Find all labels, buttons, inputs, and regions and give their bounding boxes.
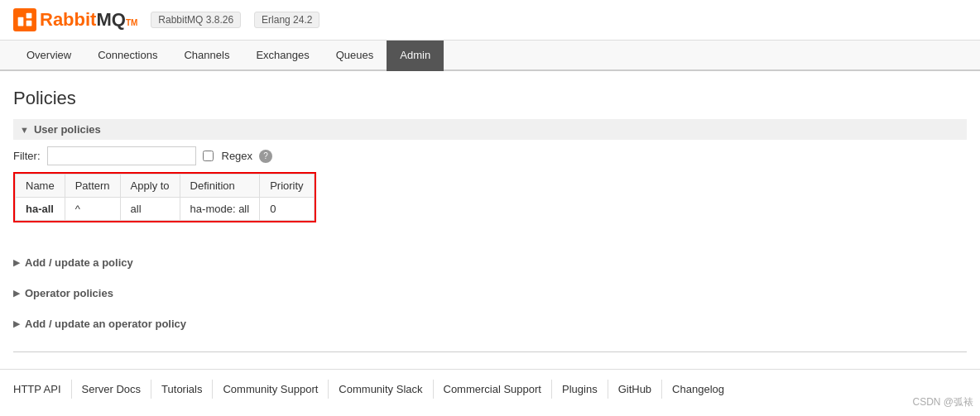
policies-table: Name Pattern Apply to Definition Priorit… xyxy=(15,174,315,221)
erlang-version: Erlang 24.2 xyxy=(254,12,319,28)
cell-priority: 0 xyxy=(260,198,314,221)
regex-help-icon[interactable]: ? xyxy=(259,150,272,163)
logo-mq: MQ xyxy=(96,9,125,30)
content-divider xyxy=(13,351,967,352)
main-nav: Overview Connections Channels Exchanges … xyxy=(0,41,980,71)
footer-link-http-api[interactable]: HTTP API xyxy=(13,380,72,399)
add-operator-policy-title: Add / update an operator policy xyxy=(25,318,186,330)
add-operator-policy-section: ▶ Add / update an operator policy xyxy=(13,313,967,335)
add-policy-header[interactable]: ▶ Add / update a policy xyxy=(13,251,967,274)
footer: HTTP API Server Docs Tutorials Community… xyxy=(0,369,980,409)
filter-input[interactable] xyxy=(47,146,196,165)
add-operator-policy-header[interactable]: ▶ Add / update an operator policy xyxy=(13,313,967,335)
logo: RabbitMQTM xyxy=(13,8,137,31)
watermark: CSDN @弧裱 xyxy=(912,395,973,409)
footer-link-plugins[interactable]: Plugins xyxy=(552,380,608,399)
logo-text: RabbitMQTM xyxy=(40,9,137,31)
col-definition: Definition xyxy=(180,175,260,198)
cell-pattern: ^ xyxy=(65,198,120,221)
svg-rect-1 xyxy=(26,13,32,19)
col-priority: Priority xyxy=(260,175,314,198)
footer-link-commercial-support[interactable]: Commercial Support xyxy=(434,380,553,399)
footer-link-github[interactable]: GitHub xyxy=(608,380,662,399)
col-apply-to: Apply to xyxy=(120,175,180,198)
operator-policies-section: ▶ Operator policies xyxy=(13,282,967,304)
header: RabbitMQTM RabbitMQ 3.8.26 Erlang 24.2 xyxy=(0,0,980,41)
footer-link-changelog[interactable]: Changelog xyxy=(662,380,734,399)
nav-connections[interactable]: Connections xyxy=(84,41,171,71)
cell-name: ha-all xyxy=(16,198,65,221)
user-policies-header[interactable]: ▼ User policies xyxy=(13,119,967,140)
operator-policies-header[interactable]: ▶ Operator policies xyxy=(13,282,967,304)
footer-link-tutorials[interactable]: Tutorials xyxy=(151,380,213,399)
logo-icon xyxy=(13,8,36,31)
rabbitmq-version: RabbitMQ 3.8.26 xyxy=(151,12,241,28)
nav-queues[interactable]: Queues xyxy=(323,41,387,71)
col-pattern: Pattern xyxy=(65,175,120,198)
logo-tm: TM xyxy=(126,18,137,27)
user-policies-title: User policies xyxy=(34,123,101,136)
logo-rabbit: Rabbit xyxy=(40,9,96,30)
page-title: Policies xyxy=(13,88,967,109)
user-policies-section: ▼ User policies Filter: Regex ? Name Pat… xyxy=(13,119,967,238)
table-header-row: Name Pattern Apply to Definition Priorit… xyxy=(16,175,315,198)
nav-exchanges[interactable]: Exchanges xyxy=(243,41,322,71)
main-content: Policies ▼ User policies Filter: Regex ?… xyxy=(0,71,980,369)
footer-link-community-support[interactable]: Community Support xyxy=(213,380,329,399)
svg-rect-0 xyxy=(18,17,24,26)
operator-policies-title: Operator policies xyxy=(25,287,113,299)
nav-overview[interactable]: Overview xyxy=(13,41,84,71)
cell-definition: ha-mode: all xyxy=(180,198,260,221)
table-row[interactable]: ha-all ^ all ha-mode: all 0 xyxy=(16,198,315,221)
nav-admin[interactable]: Admin xyxy=(387,41,444,71)
col-name: Name xyxy=(16,175,65,198)
filter-row: Filter: Regex ? xyxy=(13,140,967,172)
add-policy-title: Add / update a policy xyxy=(25,256,133,269)
regex-checkbox[interactable] xyxy=(203,151,214,161)
section-collapse-icon: ▼ xyxy=(20,125,29,135)
regex-label: Regex xyxy=(222,150,253,162)
filter-label: Filter: xyxy=(13,150,41,162)
add-policy-section: ▶ Add / update a policy xyxy=(13,251,967,274)
operator-policies-arrow: ▶ xyxy=(13,288,20,299)
nav-channels[interactable]: Channels xyxy=(171,41,243,71)
cell-apply-to: all xyxy=(120,198,180,221)
add-operator-policy-arrow: ▶ xyxy=(13,318,20,329)
svg-rect-2 xyxy=(26,21,32,26)
add-policy-arrow: ▶ xyxy=(13,257,20,268)
footer-link-server-docs[interactable]: Server Docs xyxy=(72,380,152,399)
footer-link-community-slack[interactable]: Community Slack xyxy=(329,380,433,399)
policies-table-wrapper: Name Pattern Apply to Definition Priorit… xyxy=(13,172,316,222)
